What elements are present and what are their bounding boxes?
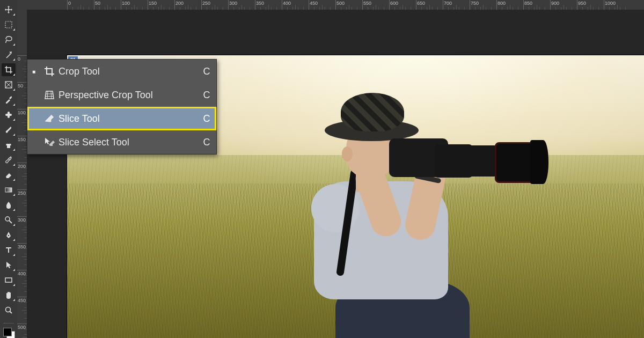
crop-tool-flyout: ■ Crop Tool C Perspective Crop Tool C Sl…: [27, 59, 217, 155]
app-root: 0501001502002503003504004505005506006507…: [0, 0, 644, 338]
gradient-tool[interactable]: [2, 183, 16, 196]
slice-select-icon: [40, 136, 58, 148]
active-bullet-icon: ■: [27, 69, 40, 75]
eraser-tool[interactable]: [2, 168, 16, 181]
slice-icon: [40, 113, 58, 124]
dodge-tool[interactable]: [2, 214, 16, 226]
flyout-item-crop[interactable]: ■ Crop Tool C: [27, 60, 216, 83]
zoom-tool[interactable]: [2, 304, 16, 317]
flyout-item-slice[interactable]: Slice Tool C: [27, 107, 216, 130]
clone-stamp-tool[interactable]: [2, 138, 16, 151]
flyout-item-shortcut: C: [197, 66, 216, 77]
tools-panel: [0, 0, 17, 338]
subject-person: [260, 82, 496, 338]
lasso-tool[interactable]: [2, 33, 16, 46]
rectangle-tool[interactable]: [2, 274, 16, 286]
eyedropper-tool[interactable]: [2, 93, 16, 106]
horizontal-ruler[interactable]: 0501001502002503003504004505005506006507…: [27, 0, 644, 10]
crop-tool[interactable]: [2, 63, 16, 76]
foreground-color-swatch[interactable]: [3, 328, 12, 336]
flyout-item-shortcut: C: [197, 113, 216, 124]
brush-tool[interactable]: [2, 123, 16, 136]
crop-icon: [40, 65, 58, 77]
flyout-item-label: Crop Tool: [58, 66, 197, 77]
svg-rect-3: [8, 112, 10, 118]
hand-tool[interactable]: [2, 289, 16, 302]
move-tool[interactable]: [2, 3, 16, 16]
svg-rect-0: [5, 21, 12, 28]
svg-rect-8: [5, 278, 12, 282]
svg-point-7: [8, 235, 9, 236]
ruler-corner: [17, 0, 27, 10]
magic-wand-tool[interactable]: [2, 48, 16, 61]
frame-tool[interactable]: [2, 78, 16, 91]
flyout-item-label: Perspective Crop Tool: [58, 90, 197, 101]
flyout-item-label: Slice Select Tool: [58, 137, 197, 148]
blur-tool[interactable]: [2, 199, 16, 211]
svg-rect-5: [5, 188, 12, 192]
history-brush-tool[interactable]: [2, 153, 16, 166]
path-selection-tool[interactable]: [2, 259, 16, 271]
flyout-item-shortcut: C: [197, 137, 216, 148]
healing-brush-tool[interactable]: [2, 108, 16, 121]
vertical-ruler[interactable]: 050100150200250300350400450500550: [17, 10, 27, 338]
flyout-item-slice-select[interactable]: Slice Select Tool C: [27, 130, 216, 154]
perspective-crop-icon: [40, 89, 58, 101]
flyout-item-perspective-crop[interactable]: Perspective Crop Tool C: [27, 83, 216, 107]
pen-tool[interactable]: [2, 229, 16, 241]
color-swatches[interactable]: [2, 327, 15, 338]
workspace: 0501001502002503003504004505005506006507…: [17, 0, 644, 338]
svg-rect-4: [7, 145, 10, 148]
svg-point-6: [5, 217, 10, 221]
flyout-item-label: Slice Tool: [58, 113, 197, 124]
flyout-item-shortcut: C: [197, 90, 216, 101]
type-tool[interactable]: [2, 244, 16, 256]
svg-point-9: [6, 307, 11, 312]
marquee-tool[interactable]: [2, 18, 16, 31]
